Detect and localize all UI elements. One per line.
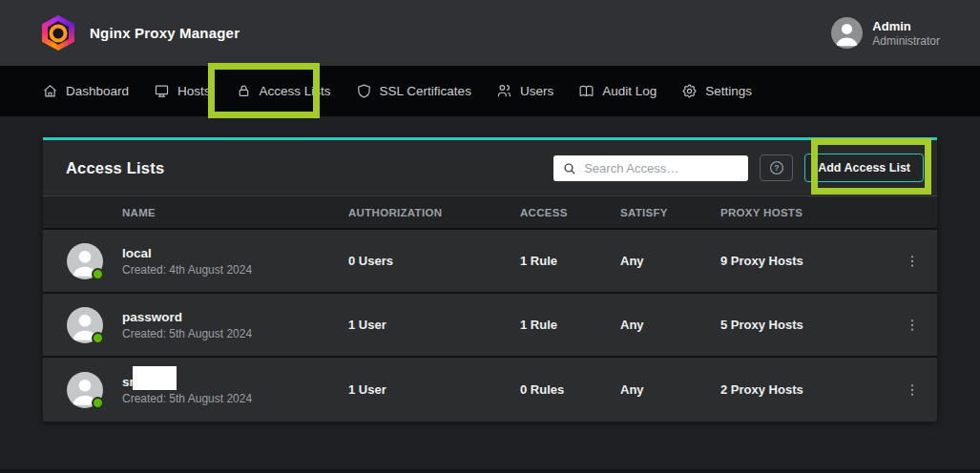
home-icon bbox=[42, 83, 58, 99]
nav-item-audit-log[interactable]: Audit Log bbox=[578, 83, 657, 99]
search-icon bbox=[562, 161, 577, 176]
user-role: Administrator bbox=[872, 34, 940, 48]
satisfy-value: Any bbox=[620, 382, 720, 397]
bottom-edge-strip bbox=[0, 469, 980, 473]
lock-icon bbox=[236, 83, 252, 99]
svg-text:?: ? bbox=[774, 163, 779, 173]
user-menu[interactable]: Admin Administrator bbox=[831, 17, 940, 49]
table-row-password[interactable]: password Created: 5th August 2024 1 User… bbox=[43, 294, 937, 358]
access-value: 0 Rules bbox=[520, 382, 620, 397]
kebab-menu-icon bbox=[905, 382, 920, 398]
online-status-dot bbox=[92, 397, 104, 409]
created-date: Created: 5th August 2024 bbox=[122, 392, 348, 405]
access-value: 1 Rule bbox=[520, 254, 620, 268]
page-content: Access Lists ? Add Access List N bbox=[0, 116, 980, 422]
nginx-proxy-manager-logo-icon bbox=[42, 15, 74, 51]
online-status-dot bbox=[92, 332, 104, 344]
authorization-value: 1 User bbox=[348, 318, 520, 332]
row-avatar bbox=[67, 243, 103, 279]
users-icon bbox=[496, 83, 512, 99]
book-icon bbox=[578, 83, 594, 99]
column-header-satisfy: SATISFY bbox=[620, 207, 720, 218]
access-list-name: local bbox=[122, 246, 348, 260]
brand: Nginx Proxy Manager bbox=[42, 15, 240, 51]
kebab-menu-icon bbox=[905, 318, 920, 333]
row-avatar bbox=[67, 372, 103, 408]
column-header-proxy-hosts: PROXY HOSTS bbox=[720, 207, 887, 218]
table-row-local[interactable]: local Created: 4th August 2024 0 Users 1… bbox=[43, 230, 937, 294]
table-row-sn[interactable]: sn Created: 5th August 2024 1 User 0 Rul… bbox=[43, 358, 937, 422]
satisfy-value: Any bbox=[620, 254, 720, 268]
row-avatar bbox=[67, 307, 103, 343]
proxy-hosts-value: 2 Proxy Hosts bbox=[720, 382, 887, 397]
search-box bbox=[553, 155, 748, 181]
access-lists-panel: Access Lists ? Add Access List N bbox=[43, 137, 937, 422]
redaction-box bbox=[133, 366, 177, 390]
nav-item-hosts[interactable]: Hosts bbox=[154, 83, 211, 99]
add-access-list-button[interactable]: Add Access List bbox=[804, 154, 924, 182]
authorization-value: 0 Users bbox=[348, 254, 520, 268]
column-header-access: ACCESS bbox=[520, 207, 620, 218]
row-menu-button[interactable] bbox=[899, 248, 926, 275]
nav-item-settings[interactable]: Settings bbox=[681, 83, 752, 99]
nav-item-dashboard[interactable]: Dashboard bbox=[42, 83, 129, 99]
kebab-menu-icon bbox=[905, 254, 920, 269]
row-menu-button[interactable] bbox=[899, 377, 926, 403]
row-menu-button[interactable] bbox=[899, 312, 926, 339]
access-value: 1 Rule bbox=[520, 318, 620, 332]
main-nav: Dashboard Hosts Access Lists SSL Certifi… bbox=[0, 66, 980, 116]
column-header-authorization: AUTHORIZATION bbox=[348, 207, 520, 218]
online-status-dot bbox=[92, 268, 104, 280]
nav-item-access-lists[interactable]: Access Lists bbox=[236, 83, 331, 99]
person-icon bbox=[831, 17, 863, 49]
help-button[interactable]: ? bbox=[760, 154, 793, 181]
user-name: Admin bbox=[872, 19, 940, 33]
gear-icon bbox=[681, 83, 698, 99]
help-icon: ? bbox=[768, 159, 785, 176]
table-header: NAME AUTHORIZATION ACCESS SATISFY PROXY … bbox=[43, 195, 937, 230]
created-date: Created: 5th August 2024 bbox=[122, 327, 348, 340]
proxy-hosts-value: 9 Proxy Hosts bbox=[720, 254, 887, 268]
user-avatar bbox=[831, 17, 863, 49]
satisfy-value: Any bbox=[620, 318, 720, 332]
monitor-icon bbox=[154, 83, 170, 99]
nav-item-ssl-certificates[interactable]: SSL Certificates bbox=[356, 83, 471, 99]
panel-header: Access Lists ? Add Access List bbox=[43, 140, 937, 195]
shield-icon bbox=[356, 83, 372, 99]
nav-item-users[interactable]: Users bbox=[496, 83, 553, 99]
access-list-name: password bbox=[122, 310, 348, 324]
search-input[interactable] bbox=[553, 155, 748, 181]
page-title: Access Lists bbox=[66, 159, 164, 177]
column-header-name: NAME bbox=[43, 207, 348, 218]
created-date: Created: 4th August 2024 bbox=[122, 263, 348, 277]
top-bar: Nginx Proxy Manager Admin Administrator bbox=[0, 0, 980, 66]
app-title: Nginx Proxy Manager bbox=[90, 25, 240, 41]
proxy-hosts-value: 5 Proxy Hosts bbox=[720, 318, 887, 332]
authorization-value: 1 User bbox=[348, 382, 520, 397]
